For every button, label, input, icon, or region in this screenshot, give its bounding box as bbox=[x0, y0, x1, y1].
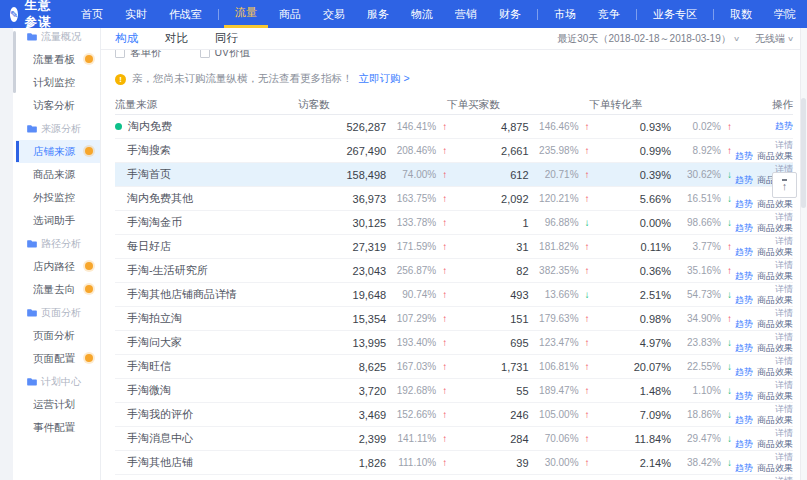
product-effect-link[interactable]: 商品效果 bbox=[757, 151, 793, 162]
buyers-change: 120.21% bbox=[529, 193, 579, 204]
detail-link[interactable]: 详情 bbox=[775, 308, 793, 319]
detail-link[interactable]: 详情 bbox=[775, 404, 793, 415]
product-effect-link[interactable]: 商品效果 bbox=[757, 391, 793, 402]
conversion-value: 2.51% bbox=[590, 289, 671, 301]
trend-link[interactable]: 趋势 bbox=[735, 295, 753, 306]
trend-link[interactable]: 趋势 bbox=[735, 415, 753, 426]
trend-link[interactable]: 趋势 bbox=[735, 151, 753, 162]
nav-item-学院[interactable]: 学院 bbox=[763, 0, 807, 28]
trend-link[interactable]: 趋势 bbox=[735, 391, 753, 402]
detail-link[interactable]: 详情 bbox=[775, 332, 793, 343]
detail-link[interactable]: 详情 bbox=[775, 380, 793, 391]
detail-link[interactable]: 详情 bbox=[775, 212, 793, 223]
nav-item-市场[interactable]: 市场 bbox=[543, 0, 587, 28]
trend-link[interactable]: 趋势 bbox=[735, 247, 753, 258]
sidebar-item-页面配置[interactable]: 页面配置 bbox=[16, 347, 100, 370]
sidebar-item-事件配置[interactable]: 事件配置 bbox=[16, 416, 100, 439]
visitors-cell: 1,826 111.10% ↑ bbox=[298, 457, 447, 469]
back-to-top-button[interactable]: ↑ bbox=[772, 172, 797, 198]
sidebar-item-店铺来源[interactable]: 店铺来源 bbox=[16, 140, 100, 163]
trend-link[interactable]: 趋势 bbox=[735, 175, 753, 186]
trend-link[interactable]: 趋势 bbox=[735, 463, 753, 474]
product-effect-link[interactable]: 商品效果 bbox=[757, 271, 793, 282]
detail-link[interactable]: 详情 bbox=[775, 284, 793, 295]
detail-link[interactable]: 详情 bbox=[775, 236, 793, 247]
trend-link[interactable]: 趋势 bbox=[735, 199, 753, 210]
checkbox-icon[interactable] bbox=[200, 50, 210, 58]
detail-link[interactable]: 详情 bbox=[775, 452, 793, 463]
subscribe-link[interactable]: 立即订购 > bbox=[359, 72, 410, 86]
sidebar-item-访客分析[interactable]: 访客分析 bbox=[16, 94, 100, 117]
visitors-cell: 13,995 193.40% ↑ bbox=[298, 337, 447, 349]
sidebar-item-外投监控[interactable]: 外投监控 bbox=[16, 186, 100, 209]
detail-link[interactable]: 详情 bbox=[775, 260, 793, 271]
page-scrollbar-thumb[interactable] bbox=[801, 98, 806, 208]
nav-item-物流[interactable]: 物流 bbox=[400, 0, 444, 28]
nav-item-交易[interactable]: 交易 bbox=[312, 0, 356, 28]
nav-item-业务专区[interactable]: 业务专区 bbox=[642, 0, 708, 28]
sidebar-item-选词助手[interactable]: 选词助手 bbox=[16, 209, 100, 232]
product-effect-link[interactable]: 商品效果 bbox=[757, 223, 793, 234]
traffic-source-cell: 手淘其他店铺商品详情 bbox=[115, 287, 298, 302]
sidebar-item-计划监控[interactable]: 计划监控 bbox=[16, 71, 100, 94]
product-effect-link[interactable]: 商品效果 bbox=[757, 439, 793, 450]
conversion-change: 1.10% bbox=[671, 385, 721, 396]
sidebar-item-流量去向[interactable]: 流量去向 bbox=[16, 278, 100, 301]
nav-item-作战室[interactable]: 作战室 bbox=[158, 0, 213, 28]
trend-arrow-icon: ↑ bbox=[436, 217, 447, 228]
trend-link[interactable]: 趋势 bbox=[735, 271, 753, 282]
product-effect-link[interactable]: 商品效果 bbox=[757, 319, 793, 330]
detail-link[interactable]: 详情 bbox=[775, 356, 793, 367]
nav-item-流量[interactable]: 流量 bbox=[224, 0, 268, 28]
buyers-value: 284 bbox=[447, 433, 528, 445]
product-effect-link[interactable]: 商品效果 bbox=[757, 463, 793, 474]
nav-item-竞争[interactable]: 竞争 bbox=[587, 0, 631, 28]
sidebar-item-页面分析[interactable]: 页面分析 bbox=[16, 324, 100, 347]
trend-link[interactable]: 趋势 bbox=[735, 343, 753, 354]
page-scrollbar-track[interactable] bbox=[800, 28, 807, 480]
device-selector[interactable]: 无线端 ∨ bbox=[755, 32, 793, 46]
table-row: 手淘消息中心 2,399 141.11% ↑ 284 70.06% ↑ 11.8… bbox=[115, 427, 793, 451]
detail-link[interactable]: 详情 bbox=[775, 428, 793, 439]
table-row: 手淘旺信 8,625 167.03% ↑ 1,731 106.81% ↑ 20.… bbox=[115, 355, 793, 379]
column-header-流量来源: 流量来源 bbox=[115, 98, 298, 112]
trend-link[interactable]: 趋势 bbox=[775, 121, 793, 132]
nav-item-实时[interactable]: 实时 bbox=[114, 0, 158, 28]
conversion-cell: 11.84% 29.47% ↓ bbox=[590, 433, 732, 445]
product-effect-link[interactable]: 商品效果 bbox=[757, 415, 793, 426]
detail-link[interactable]: 详情 bbox=[775, 140, 793, 151]
nav-item-服务[interactable]: 服务 bbox=[356, 0, 400, 28]
date-range-selector[interactable]: 最近30天（2018-02-18～2018-03-19） ∨ bbox=[557, 32, 739, 46]
product-effect-link[interactable]: 商品效果 bbox=[757, 247, 793, 258]
buyers-value: 151 bbox=[447, 313, 528, 325]
buyers-change: 13.66% bbox=[529, 289, 579, 300]
product-effect-link[interactable]: 商品效果 bbox=[757, 295, 793, 306]
product-effect-link[interactable]: 商品效果 bbox=[757, 367, 793, 378]
tab-对比[interactable]: 对比 bbox=[165, 31, 188, 46]
nav-item-财务[interactable]: 财务 bbox=[488, 0, 532, 28]
tab-构成[interactable]: 构成 bbox=[115, 31, 138, 46]
nav-item-商品[interactable]: 商品 bbox=[268, 0, 312, 28]
trend-link[interactable]: 趋势 bbox=[735, 439, 753, 450]
sidebar-item-流量看板[interactable]: 流量看板 bbox=[16, 48, 100, 71]
sidebar-item-商品来源[interactable]: 商品来源 bbox=[16, 163, 100, 186]
sidebar-item-运营计划[interactable]: 运营计划 bbox=[16, 393, 100, 416]
buyers-cell: 2,661 235.98% ↑ bbox=[447, 145, 589, 157]
product-effect-link[interactable]: 商品效果 bbox=[757, 199, 793, 210]
nav-item-取数[interactable]: 取数 bbox=[719, 0, 763, 28]
app-logo[interactable]: ✎ 生意参谋 bbox=[10, 0, 54, 31]
nav-item-首页[interactable]: 首页 bbox=[70, 0, 114, 28]
traffic-source-cell: 手淘拍立淘 bbox=[115, 311, 298, 326]
detail-link[interactable]: 详情 bbox=[775, 476, 793, 480]
sidebar-item-店内路径[interactable]: 店内路径 bbox=[16, 255, 100, 278]
tab-同行[interactable]: 同行 bbox=[215, 31, 238, 46]
metric-checkbox-客单价[interactable]: 客单价 bbox=[115, 50, 162, 60]
checkbox-icon[interactable] bbox=[115, 50, 125, 58]
table-row: 手淘我的评价 3,469 152.66% ↑ 246 105.00% ↑ 7.0… bbox=[115, 403, 793, 427]
metric-checkbox-UV价值[interactable]: UV价值 bbox=[200, 50, 251, 60]
trend-link[interactable]: 趋势 bbox=[735, 223, 753, 234]
nav-item-营销[interactable]: 营销 bbox=[444, 0, 488, 28]
product-effect-link[interactable]: 商品效果 bbox=[757, 343, 793, 354]
trend-link[interactable]: 趋势 bbox=[735, 319, 753, 330]
trend-link[interactable]: 趋势 bbox=[735, 367, 753, 378]
